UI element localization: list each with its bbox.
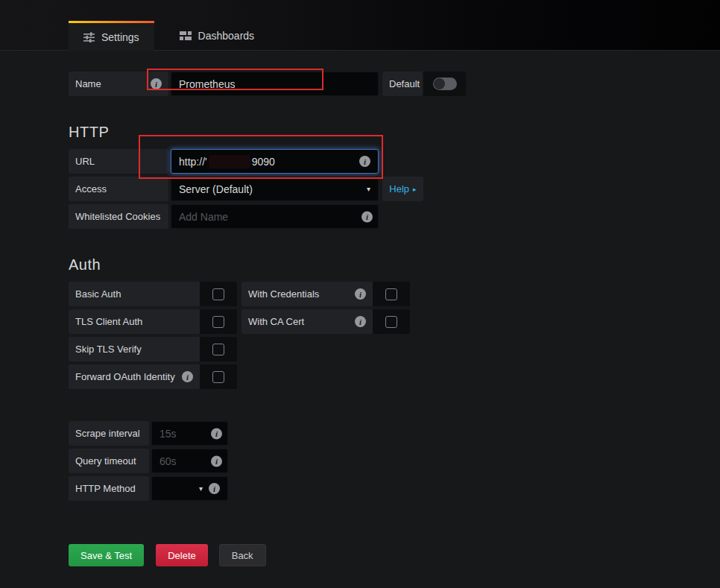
skip-tls-verify-label: Skip TLS Verify [69,337,200,361]
help-button-label: Help [389,183,409,195]
with-ca-cert-label: With CA Cert i [241,309,373,334]
forward-oauth-checkbox[interactable] [212,371,224,383]
tls-client-auth-checkbox[interactable] [212,316,224,328]
info-icon[interactable]: i [211,428,222,439]
url-row: URL http://' 9090 i [69,149,720,174]
forward-oauth-label-text: Forward OAuth Identity [75,371,175,382]
checkbox-cell [373,282,410,306]
checkbox-cell [200,282,237,306]
help-button[interactable]: Help ▸ [382,177,423,201]
auth-row-with-ca-cert: With CA Cert i [241,309,410,334]
dashboards-icon [180,31,192,41]
access-selected-value: Server (Default) [179,183,253,195]
default-label-text: Default [389,78,420,89]
access-label-text: Access [75,183,107,195]
access-label: Access [69,177,168,201]
toggle-knob [434,78,445,89]
chevron-down-icon: ▾ [367,186,370,193]
with-credentials-label: With Credentials i [241,282,373,306]
checkbox-cell [200,364,237,389]
auth-options: Basic Auth TLS Client Auth Skip TLS Veri… [69,282,720,392]
cookies-row: Whitelisted Cookies i [69,204,720,229]
with-ca-cert-checkbox[interactable] [385,316,397,328]
with-credentials-label-text: With Credentials [248,288,319,300]
basic-auth-label: Basic Auth [69,282,200,306]
back-button[interactable]: Back [219,544,266,566]
url-input[interactable]: http://' 9090 i [171,149,379,174]
cookies-input[interactable] [171,204,379,229]
default-toggle[interactable] [433,78,457,90]
auth-col-left: Basic Auth TLS Client Auth Skip TLS Veri… [69,282,237,392]
with-ca-cert-label-text: With CA Cert [248,316,304,327]
query-timeout-row: Query timeout i [69,449,720,473]
http-heading: HTTP [69,124,720,141]
tab-settings[interactable]: Settings [69,21,154,51]
basic-auth-label-text: Basic Auth [75,288,121,300]
name-label-text: Name [75,78,101,89]
access-select[interactable]: Server (Default) ▾ [171,177,379,201]
info-icon[interactable]: i [355,316,366,327]
auth-row-with-credentials: With Credentials i [241,282,410,306]
checkbox-cell [200,337,237,361]
name-label: Name i [69,72,168,96]
url-redacted-value [209,155,250,168]
http-method-label: HTTP Method [69,476,149,501]
action-buttons: Save & Test Delete Back [69,544,720,566]
delete-button[interactable]: Delete [156,544,208,566]
info-icon[interactable]: i [355,288,366,300]
query-timeout-label-text: Query timeout [75,455,136,467]
checkbox-cell [373,309,410,334]
url-label: URL [69,149,168,174]
http-method-row: HTTP Method ▾ i [69,476,720,501]
name-row: Name i Default [69,72,720,96]
http-method-select[interactable]: ▾ i [151,476,228,501]
access-row: Access Server (Default) ▾ Help ▸ [69,177,720,201]
tls-client-auth-label-text: TLS Client Auth [75,316,142,327]
skip-tls-verify-checkbox[interactable] [212,344,224,355]
url-value-prefix: http://' [179,156,207,168]
name-input[interactable] [171,72,379,96]
skip-tls-verify-label-text: Skip TLS Verify [75,344,142,355]
chevron-down-icon: ▾ [199,485,203,493]
default-label: Default [382,72,423,96]
info-icon[interactable]: i [151,78,162,89]
auth-row-skip-tls-verify: Skip TLS Verify [69,337,237,361]
checkbox-cell [200,309,237,334]
settings-form: Name i Default HTTP URL http://' 9090 [69,51,720,566]
tab-dashboards-label: Dashboards [198,30,255,42]
default-toggle-cell [423,72,466,96]
forward-oauth-label: Forward OAuth Identity i [69,364,200,389]
chevron-right-icon: ▸ [413,186,417,193]
info-icon[interactable]: i [182,371,193,382]
sliders-icon [83,32,95,42]
cookies-label: Whitelisted Cookies [69,204,168,229]
auth-col-right: With Credentials i With CA Cert i [241,282,410,392]
with-credentials-checkbox[interactable] [385,288,397,300]
info-icon[interactable]: i [361,211,373,222]
scrape-interval-label-text: Scrape interval [75,428,140,439]
tls-client-auth-label: TLS Client Auth [69,309,200,334]
cookies-label-text: Whitelisted Cookies [75,211,160,222]
tab-dashboards[interactable]: Dashboards [165,21,270,51]
auth-row-basic-auth: Basic Auth [69,282,237,306]
http-method-label-text: HTTP Method [75,483,136,494]
save-and-test-button[interactable]: Save & Test [69,544,144,566]
url-value-suffix: 9090 [252,156,275,168]
query-timeout-label: Query timeout [69,449,149,473]
auth-heading: Auth [69,256,720,274]
url-label-text: URL [75,156,95,167]
auth-row-forward-oauth: Forward OAuth Identity i [69,364,237,389]
info-icon[interactable]: i [211,455,222,467]
scrape-interval-label: Scrape interval [69,421,149,446]
basic-auth-checkbox[interactable] [212,288,224,300]
tab-bar: Settings Dashboards [69,21,269,51]
scrape-interval-row: Scrape interval i [69,421,720,446]
auth-row-tls-client-auth: TLS Client Auth [69,309,237,334]
info-icon[interactable]: i [209,483,220,494]
info-icon[interactable]: i [359,156,370,167]
tab-settings-label: Settings [101,31,139,43]
